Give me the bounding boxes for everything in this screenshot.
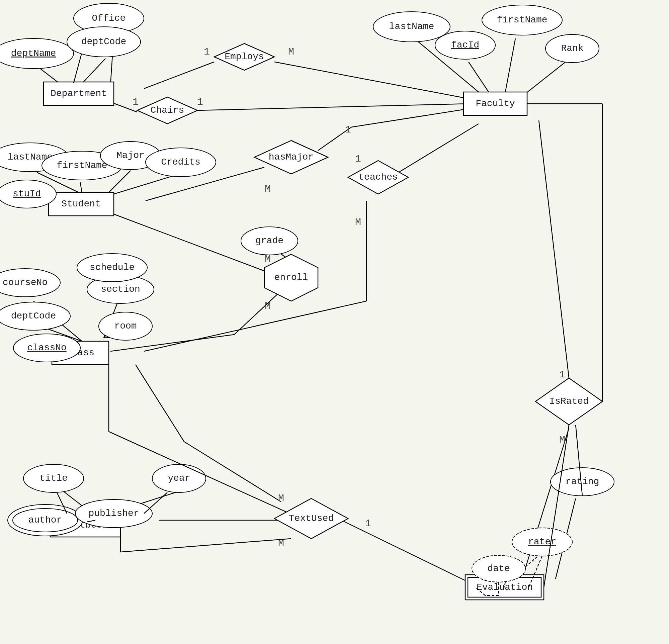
major-label: Major — [116, 150, 145, 161]
office-label: Office — [92, 13, 126, 24]
year-label: year — [168, 473, 190, 483]
cardinality-teaches-m: M — [355, 217, 361, 228]
rank-label: Rank — [561, 43, 583, 54]
facid-label: facId — [451, 40, 479, 50]
room-label: room — [114, 321, 137, 331]
cardinality-textused-mc: M — [278, 493, 284, 504]
cardinality-israted-1: 1 — [559, 369, 565, 381]
deptcode-cls-label: deptCode — [11, 311, 56, 321]
cardinality-enroll-mc: M — [265, 300, 271, 312]
credits-label: Credits — [161, 157, 200, 167]
deptcode-dept-label: deptCode — [81, 37, 126, 47]
publisher-label: publisher — [88, 508, 139, 518]
courseno-label: courseNo — [3, 277, 47, 288]
title-label: title — [40, 473, 68, 483]
grade-label: grade — [255, 235, 283, 246]
er-diagram: Employs Chairs hasMajor teaches enroll T… — [0, 0, 669, 644]
textused-label: TextUsed — [289, 513, 334, 524]
cardinality-employs-1: 1 — [204, 46, 210, 58]
cardinality-hasmajor-m: M — [265, 183, 271, 195]
classno-label: classNo — [27, 343, 67, 353]
schedule-label: schedule — [90, 262, 134, 273]
author-label: author — [28, 515, 62, 525]
cardinality-enroll-ms: M — [265, 254, 271, 265]
employs-label: Employs — [225, 52, 264, 62]
cardinality-hasmajor-1: 1 — [345, 124, 351, 135]
date-label: date — [487, 563, 510, 574]
deptname-label: deptName — [11, 48, 56, 59]
student-label: Student — [61, 199, 101, 209]
firstname-stu-label: firstName — [57, 160, 107, 171]
cardinality-teaches-1: 1 — [355, 153, 361, 164]
faculty-label: Faculty — [475, 98, 515, 109]
cardinality-chairs-1a: 1 — [132, 96, 139, 108]
department-label: Department — [51, 88, 107, 99]
section-label: section — [101, 284, 140, 295]
rater-label: rater — [528, 536, 556, 547]
teaches-label: teaches — [358, 172, 398, 182]
cardinality-employs-m: M — [288, 46, 294, 58]
enroll-label: enroll — [274, 272, 308, 283]
rating-label: rating — [566, 476, 599, 487]
stuid-label: stuId — [13, 189, 41, 199]
cardinality-chairs-1b: 1 — [197, 96, 203, 108]
hasmajor-label: hasMajor — [269, 152, 314, 162]
lastname-fac-label: lastName — [389, 22, 434, 32]
cardinality-textused-1: 1 — [365, 518, 371, 529]
cardinality-israted-m: M — [559, 434, 565, 446]
israted-label: IsRated — [549, 396, 589, 406]
chairs-label: Chairs — [151, 105, 184, 115]
firstname-fac-label: firstName — [497, 15, 547, 25]
